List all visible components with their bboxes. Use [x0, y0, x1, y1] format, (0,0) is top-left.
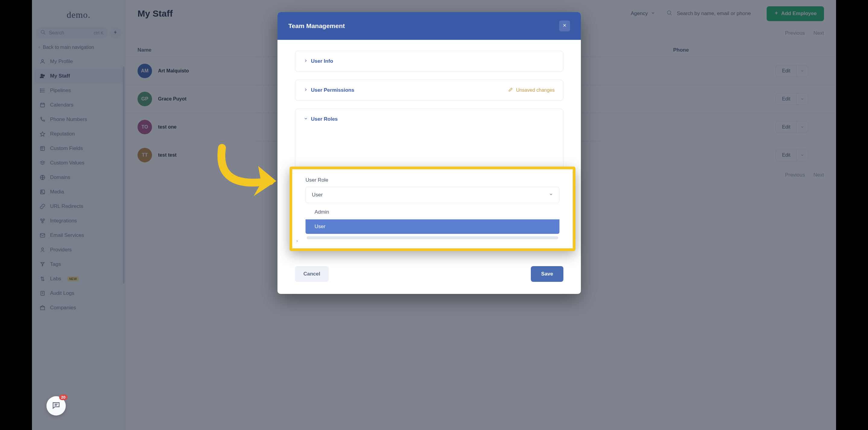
role-option-user[interactable]: User: [306, 219, 559, 234]
panel-user-permissions[interactable]: User Permissions Unsaved changes: [295, 80, 563, 101]
modal-footer: Cancel Save: [277, 259, 581, 294]
user-role-label: User Role: [306, 177, 559, 183]
user-role-dropdown-highlight: User Role User AdminUser: [289, 167, 576, 251]
chat-badge: 20: [59, 394, 67, 400]
modal-close-button[interactable]: [559, 21, 570, 31]
dropdown-scrollbar[interactable]: [307, 236, 558, 239]
unsaved-changes-note: Unsaved changes: [508, 87, 555, 93]
modal-title: Team Management: [288, 22, 345, 30]
pencil-icon: [508, 87, 513, 93]
modal-header: Team Management: [277, 12, 581, 40]
role-option-admin[interactable]: Admin: [306, 205, 559, 219]
cancel-button[interactable]: Cancel: [295, 266, 329, 282]
panel-user-info[interactable]: User Info: [295, 51, 563, 72]
chevron-right-icon: [295, 239, 299, 244]
chevron-right-icon: [304, 87, 308, 93]
chevron-down-icon: [549, 192, 553, 198]
team-management-modal: Team Management User Info User Permissio…: [277, 12, 581, 294]
chat-widget[interactable]: 20: [46, 396, 66, 415]
user-role-select[interactable]: User: [306, 187, 559, 203]
user-role-options: AdminUser: [306, 205, 559, 234]
save-button[interactable]: Save: [531, 266, 563, 282]
chat-icon: [52, 401, 61, 411]
chevron-right-icon: [304, 58, 308, 64]
close-icon: [562, 23, 567, 29]
chevron-down-icon: [304, 116, 308, 122]
